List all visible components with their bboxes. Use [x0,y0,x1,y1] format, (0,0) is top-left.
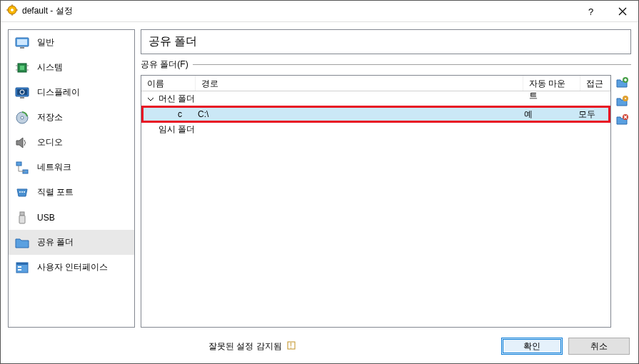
close-button[interactable] [606,1,638,22]
sidebar-item-audio[interactable]: 오디오 [9,130,134,155]
cancel-button[interactable]: 취소 [568,338,630,355]
column-auto-mount[interactable]: 자동 마운트 [523,76,580,91]
table-header: 이름 경로 자동 마운트 접근 [141,76,610,91]
cell-name: c [144,109,198,119]
sidebar-item-system[interactable]: 시스템 [9,55,134,80]
tree-group-temp[interactable]: 임시 폴더 [141,122,610,137]
svg-point-41 [625,98,626,99]
titlebar: default - 설정 ? [1,1,638,22]
group-label: 공유 폴더(F) [141,57,631,72]
sidebar-item-label: 오디오 [37,136,63,148]
svg-rect-10 [17,39,27,45]
table-row[interactable]: c C:\ 예 모두 [141,106,610,123]
svg-rect-11 [20,47,24,49]
table-body: 머신 폴더 c C:\ 예 모두 임시 폴더 [141,91,610,327]
sidebar-item-display[interactable]: 디스플레이 [9,80,134,105]
sidebar-item-label: 공유 폴더 [37,236,74,248]
speaker-icon [14,135,30,151]
svg-rect-20 [20,97,24,98]
ok-button[interactable]: 확인 [501,338,563,355]
column-path[interactable]: 경로 [196,76,523,91]
main-panel: 공유 폴더 공유 폴더(F) 이름 경로 자동 마운트 접근 [141,29,631,328]
cell-auto: 예 [521,108,578,121]
chip-icon [14,60,30,76]
group-label-text: 공유 폴더(F) [141,59,188,71]
svg-point-28 [19,191,21,193]
settings-window: default - 설정 ? 일반 시스템 디스플레이 저장소 [0,0,639,364]
cell-access: 모두 [578,108,608,121]
page-title: 공유 폴더 [141,29,631,54]
sidebar-item-network[interactable]: 네트워크 [9,155,134,180]
footer: 잘못된 설정 감지됨 ! 확인 취소 [1,335,638,363]
help-button[interactable]: ? [574,1,606,22]
sidebar-item-label: 디스플레이 [37,86,80,98]
table-area: 이름 경로 자동 마운트 접근 머신 폴더 c C:\ 예 [141,75,631,328]
column-access[interactable]: 접근 [580,76,610,91]
usb-icon [14,210,30,226]
svg-point-23 [21,116,24,119]
cell-path: C:\ [198,109,521,119]
status-text: 잘못된 설정 감지됨 [208,340,282,353]
sidebar-item-usb[interactable]: USB [9,205,134,230]
sidebar: 일반 시스템 디스플레이 저장소 오디오 네트워크 [8,29,135,328]
add-folder-button[interactable] [614,75,630,91]
sidebar-item-label: 네트워크 [37,161,71,173]
serial-port-icon [14,185,30,201]
content-area: 일반 시스템 디스플레이 저장소 오디오 네트워크 [1,22,638,335]
sidebar-item-label: 시스템 [37,61,63,74]
status-bar: 잘못된 설정 감지됨 ! [9,340,495,353]
edit-folder-button[interactable] [614,93,630,109]
sidebar-item-label: USB [37,213,55,223]
warning-icon: ! [286,340,296,353]
sidebar-item-label: 저장소 [37,111,63,123]
table-toolbar [614,75,631,328]
svg-point-1 [11,9,14,11]
svg-rect-36 [18,269,21,271]
svg-point-29 [21,191,23,193]
sidebar-item-shared-folders[interactable]: 공유 폴더 [9,230,134,255]
svg-rect-24 [16,162,21,166]
column-name[interactable]: 이름 [141,76,196,91]
tree-label: 머신 폴더 [159,93,195,105]
disk-icon [14,110,30,126]
svg-text:?: ? [588,6,593,16]
window-title: default - 설정 [22,5,574,17]
sidebar-item-general[interactable]: 일반 [9,30,134,55]
folder-icon [14,235,30,251]
svg-rect-13 [20,66,24,70]
monitor-icon [14,35,30,51]
tree-group-machine[interactable]: 머신 폴더 [141,91,610,106]
svg-text:!: ! [290,342,292,350]
display-icon [14,85,30,101]
svg-rect-31 [20,212,24,216]
sidebar-item-label: 직렬 포트 [37,186,74,198]
sidebar-item-serial[interactable]: 직렬 포트 [9,180,134,205]
sidebar-item-storage[interactable]: 저장소 [9,105,134,130]
sidebar-item-label: 사용자 인터페이스 [37,261,108,273]
remove-folder-button[interactable] [614,112,630,128]
svg-point-30 [24,191,25,193]
chevron-down-icon [146,96,156,103]
app-icon [6,4,18,18]
network-icon [14,160,30,176]
svg-rect-34 [16,263,28,265]
svg-rect-35 [18,266,21,268]
folders-table: 이름 경로 자동 마운트 접근 머신 폴더 c C:\ 예 [141,75,611,328]
svg-rect-32 [19,216,25,223]
sidebar-item-label: 일반 [37,36,54,49]
tree-label: 임시 폴더 [159,123,195,136]
sidebar-item-user-interface[interactable]: 사용자 인터페이스 [9,255,134,280]
ui-icon [14,260,30,275]
divider [193,64,631,65]
